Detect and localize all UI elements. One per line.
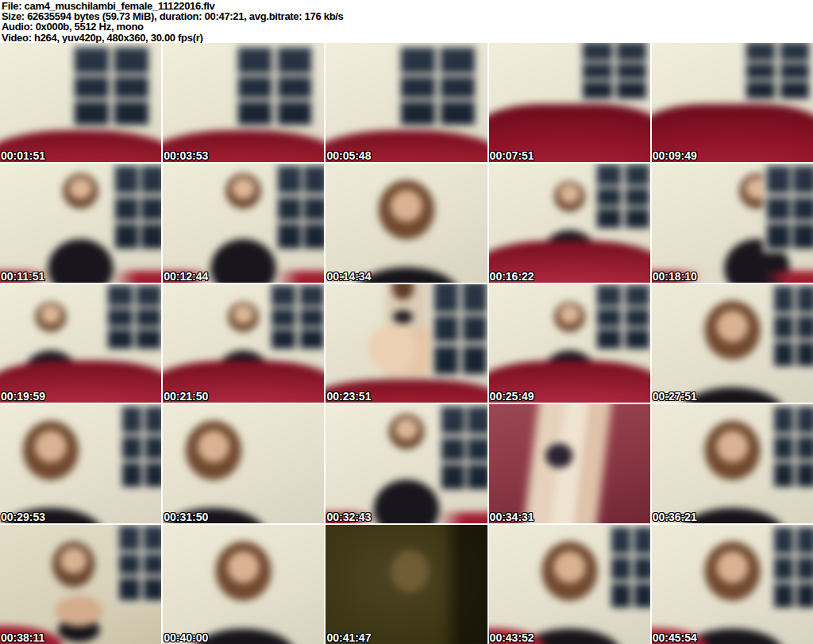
thumbnail: 00:32:43 — [326, 404, 487, 523]
thumbnail: 00:05:48 — [326, 43, 487, 162]
timestamp-overlay: 00:11:51 — [1, 270, 44, 283]
thumbnail: 00:03:53 — [163, 43, 324, 162]
timestamp-overlay: 00:18:10 — [653, 270, 697, 283]
metadata-audio-line: Audio: 0x000b, 5512 Hz, mono — [2, 21, 811, 32]
timestamp-overlay: 00:01:51 — [1, 149, 45, 162]
thumbnail-placeholder-art — [326, 43, 487, 162]
thumbnail-placeholder-art — [326, 404, 487, 523]
timestamp-overlay: 00:12:44 — [164, 270, 208, 283]
timestamp-overlay: 00:36:21 — [653, 511, 697, 523]
thumbnail: 00:07:51 — [489, 43, 650, 162]
thumbnail-placeholder-art — [163, 284, 324, 403]
thumbnail-placeholder-art — [0, 164, 161, 283]
thumbnail-placeholder-art — [326, 164, 487, 283]
thumbnail: 00:01:51 — [0, 43, 161, 162]
thumbnail: 00:45:54 — [652, 525, 813, 644]
thumbnail: 00:43:52 — [489, 525, 650, 644]
thumbnail: 00:14:34 — [326, 164, 487, 283]
thumbnail-placeholder-art — [163, 404, 324, 523]
thumbnail: 00:16:22 — [489, 164, 650, 283]
timestamp-overlay: 00:40:00 — [164, 631, 208, 644]
timestamp-overlay: 00:23:51 — [326, 390, 371, 403]
thumbnail-placeholder-art — [489, 525, 650, 644]
thumbnail: 00:40:00 — [163, 525, 324, 644]
thumbnail: 00:25:49 — [489, 284, 650, 403]
thumbnail: 00:12:44 — [163, 164, 324, 283]
thumbnail-placeholder-art — [652, 525, 813, 644]
thumbnail-placeholder-art — [163, 525, 324, 644]
thumbnail: 00:27:51 — [652, 284, 813, 403]
timestamp-overlay: 00:34:31 — [490, 511, 534, 523]
thumbnail: 00:31:50 — [163, 404, 324, 523]
thumbnail-placeholder-art — [0, 525, 161, 644]
timestamp-overlay: 00:09:49 — [653, 149, 697, 162]
thumbnail-placeholder-art — [652, 284, 813, 403]
thumbnail-placeholder-art — [163, 43, 324, 162]
timestamp-overlay: 00:43:52 — [490, 631, 534, 644]
timestamp-overlay: 00:03:53 — [164, 149, 208, 162]
thumbnail-placeholder-art — [326, 284, 487, 403]
thumbnail: 00:41:47 — [326, 525, 487, 644]
thumbnail: 00:19:59 — [0, 284, 161, 403]
timestamp-overlay: 00:29:53 — [1, 511, 45, 523]
thumbnail-grid: 00:01:5100:03:5300:05:4800:07:5100:09:49… — [0, 43, 813, 644]
metadata-video-line: Video: h264, yuv420p, 480x360, 30.00 fps… — [2, 33, 811, 43]
thumbnail: 00:34:31 — [489, 404, 650, 523]
timestamp-overlay: 00:19:59 — [1, 390, 45, 403]
thumbnail: 00:23:51 — [326, 284, 487, 403]
timestamp-overlay: 00:31:50 — [164, 511, 208, 523]
timestamp-overlay: 00:14:34 — [326, 270, 371, 283]
file-metadata-header: File: cam4_muschilambi_female_11122016.f… — [0, 0, 813, 43]
timestamp-overlay: 00:38:11 — [1, 631, 44, 644]
thumbnail: 00:38:11 — [0, 525, 161, 644]
timestamp-overlay: 00:27:51 — [653, 390, 697, 403]
thumbnail: 00:29:53 — [0, 404, 161, 523]
thumbnail-placeholder-art — [163, 164, 324, 283]
timestamp-overlay: 00:07:51 — [490, 149, 534, 162]
timestamp-overlay: 00:16:22 — [490, 270, 534, 283]
thumbnail-placeholder-art — [489, 164, 650, 283]
thumbnail-placeholder-art — [652, 43, 813, 162]
thumbnail-placeholder-art — [652, 164, 813, 283]
thumbnail: 00:18:10 — [652, 164, 813, 283]
thumbnail-placeholder-art — [326, 525, 487, 644]
thumbnail: 00:09:49 — [652, 43, 813, 162]
thumbnail-placeholder-art — [489, 43, 650, 162]
timestamp-overlay: 00:05:48 — [326, 149, 371, 162]
thumbnail-placeholder-art — [0, 43, 161, 162]
timestamp-overlay: 00:45:54 — [653, 631, 697, 644]
thumbnail: 00:21:50 — [163, 284, 324, 403]
thumbnail-placeholder-art — [0, 404, 161, 523]
thumbnail-placeholder-art — [652, 404, 813, 523]
thumbnail-placeholder-art — [0, 284, 161, 403]
thumbnail-placeholder-art — [489, 404, 650, 523]
thumbnail: 00:11:51 — [0, 164, 161, 283]
timestamp-overlay: 00:21:50 — [164, 390, 208, 403]
timestamp-overlay: 00:41:47 — [326, 631, 371, 644]
timestamp-overlay: 00:32:43 — [326, 511, 371, 523]
timestamp-overlay: 00:25:49 — [490, 390, 534, 403]
thumbnail-placeholder-art — [489, 284, 650, 403]
thumbnail: 00:36:21 — [652, 404, 813, 523]
